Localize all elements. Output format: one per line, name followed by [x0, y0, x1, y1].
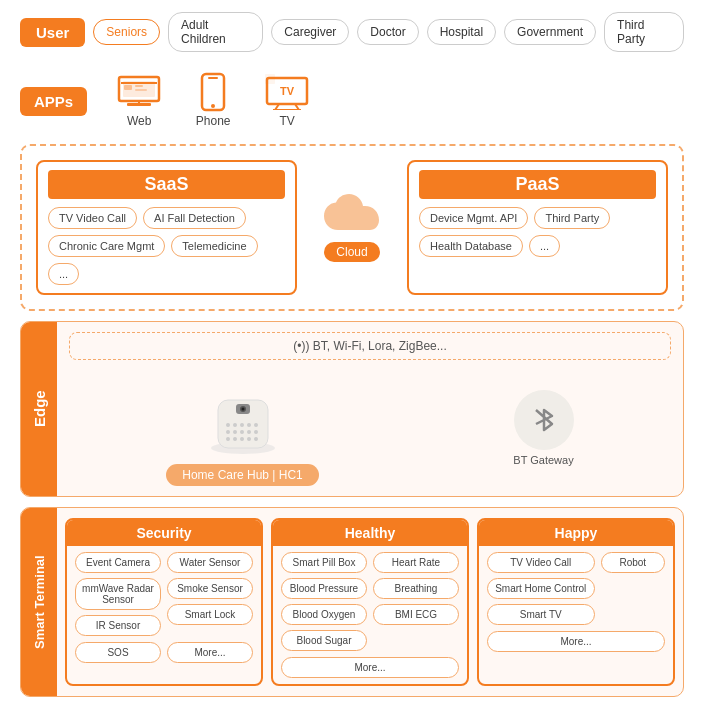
paas-tag-third-party: Third Party [534, 207, 610, 229]
happy-item-tv-call: TV Video Call [487, 552, 595, 573]
user-tag-doctor[interactable]: Doctor [357, 19, 418, 45]
user-tag-seniors[interactable]: Seniors [93, 19, 160, 45]
healthy-item-bp: Blood Pressure [281, 578, 367, 599]
healthy-item-more[interactable]: More... [281, 657, 459, 678]
edge-section: Edge (•)) BT, Wi-Fi, Lora, ZigBee... [20, 321, 684, 497]
svg-point-33 [254, 437, 258, 441]
security-item-event-camera: Event Camera [75, 552, 161, 573]
security-item-sos: SOS [75, 642, 161, 663]
healthy-item-oxygen: Blood Oxygen [281, 604, 367, 625]
user-tag-hospital[interactable]: Hospital [427, 19, 496, 45]
healthy-item-pill: Smart Pill Box [281, 552, 367, 573]
svg-point-28 [254, 430, 258, 434]
happy-item-smart-home: Smart Home Control [487, 578, 595, 599]
apps-row: APPs Web Phone [0, 64, 704, 144]
web-icon [117, 74, 161, 110]
svg-point-19 [226, 423, 230, 427]
svg-point-23 [254, 423, 258, 427]
security-item-more[interactable]: More... [167, 642, 253, 663]
security-body: Event Camera mmWave Radar Sensor IR Sens… [67, 546, 261, 642]
svg-point-25 [233, 430, 237, 434]
paas-tag-more: ... [529, 235, 560, 257]
healthy-item-breathing: Breathing [373, 578, 459, 599]
healthy-item-sugar: Blood Sugar [281, 630, 367, 651]
home-care-hub-wrap: Home Care Hub | HC1 [166, 370, 319, 486]
security-item-smoke: Smoke Sensor [167, 578, 253, 599]
healthy-title: Healthy [273, 520, 467, 546]
svg-point-21 [240, 423, 244, 427]
app-web[interactable]: Web [117, 74, 161, 128]
security-col-2: Water Sensor Smoke Sensor Smart Lock [167, 552, 253, 636]
happy-col-2: Robot [601, 552, 666, 625]
svg-rect-6 [135, 85, 143, 87]
svg-point-27 [247, 430, 251, 434]
paas-tag-health-db: Health Database [419, 235, 523, 257]
svg-point-30 [233, 437, 237, 441]
apps-badge: APPs [20, 87, 87, 116]
happy-item-robot: Robot [601, 552, 666, 573]
tv-icon: TV [265, 74, 309, 110]
security-item-lock: Smart Lock [167, 604, 253, 625]
healthy-body: Smart Pill Box Blood Pressure Blood Oxyg… [273, 546, 467, 657]
security-item-water: Water Sensor [167, 552, 253, 573]
hub-svg [198, 370, 288, 460]
svg-point-36 [241, 408, 244, 411]
healthy-col-1: Smart Pill Box Blood Pressure Blood Oxyg… [281, 552, 367, 651]
svg-rect-3 [127, 103, 151, 106]
app-web-label: Web [127, 114, 151, 128]
security-item-ir: IR Sensor [75, 615, 161, 636]
happy-item-smart-tv: Smart TV [487, 604, 595, 625]
bt-icon [526, 402, 562, 438]
user-tag-third-party[interactable]: Third Party [604, 12, 684, 52]
svg-text:TV: TV [280, 85, 295, 97]
app-tv[interactable]: TV TV [265, 74, 309, 128]
terminal-group-security: Security Event Camera mmWave Radar Senso… [65, 518, 263, 686]
app-phone[interactable]: Phone [191, 74, 235, 128]
saas-tag-tv-video: TV Video Call [48, 207, 137, 229]
edge-content: (•)) BT, Wi-Fi, Lora, ZigBee... [57, 322, 683, 496]
paas-tag-device-api: Device Mgmt. API [419, 207, 528, 229]
cloud-middle: Cloud [307, 160, 397, 295]
svg-point-24 [226, 430, 230, 434]
svg-point-9 [211, 104, 215, 108]
edge-wireless-label: (•)) BT, Wi-Fi, Lora, ZigBee... [69, 332, 671, 360]
hub-label: Home Care Hub | HC1 [166, 464, 319, 486]
app-tv-label: TV [280, 114, 295, 128]
bt-gateway-label: BT Gateway [513, 454, 573, 466]
happy-body: TV Video Call Smart Home Control Smart T… [479, 546, 673, 631]
security-item-mmwave: mmWave Radar Sensor [75, 578, 161, 610]
terminal-group-healthy: Healthy Smart Pill Box Blood Pressure Bl… [271, 518, 469, 686]
saas-title: SaaS [48, 170, 285, 199]
cloud-svg [320, 194, 384, 238]
saas-tag-telemedicine: Telemedicine [171, 235, 257, 257]
happy-col-1: TV Video Call Smart Home Control Smart T… [487, 552, 595, 625]
saas-tags: TV Video Call AI Fall Detection Chronic … [48, 207, 285, 285]
terminal-group-happy: Happy TV Video Call Smart Home Control S… [477, 518, 675, 686]
happy-item-more[interactable]: More... [487, 631, 665, 652]
healthy-col-2: Heart Rate Breathing BMI ECG [373, 552, 459, 651]
user-row: User Seniors Adult Children Caregiver Do… [0, 0, 704, 64]
saas-box: SaaS TV Video Call AI Fall Detection Chr… [36, 160, 297, 295]
smart-terminal-label: Smart Terminal [21, 508, 57, 696]
bt-gateway-wrap: BT Gateway [513, 390, 573, 466]
smart-terminal-content: Security Event Camera mmWave Radar Senso… [57, 508, 683, 696]
cloud-section: SaaS TV Video Call AI Fall Detection Chr… [20, 144, 684, 311]
svg-point-22 [247, 423, 251, 427]
svg-point-31 [240, 437, 244, 441]
svg-rect-16 [265, 74, 275, 84]
smart-terminal-section: Smart Terminal Security Event Camera mmW… [20, 507, 684, 697]
security-col-1: Event Camera mmWave Radar Sensor IR Sens… [75, 552, 161, 636]
paas-tags: Device Mgmt. API Third Party Health Data… [419, 207, 656, 257]
paas-box: PaaS Device Mgmt. API Third Party Health… [407, 160, 668, 295]
user-tag-adult-children[interactable]: Adult Children [168, 12, 263, 52]
saas-tag-chronic: Chronic Care Mgmt [48, 235, 165, 257]
user-tag-government[interactable]: Government [504, 19, 596, 45]
svg-point-32 [247, 437, 251, 441]
happy-title: Happy [479, 520, 673, 546]
bt-circle [514, 390, 574, 450]
paas-title: PaaS [419, 170, 656, 199]
svg-rect-7 [135, 89, 147, 91]
saas-tag-more: ... [48, 263, 79, 285]
svg-point-29 [226, 437, 230, 441]
user-tag-caregiver[interactable]: Caregiver [271, 19, 349, 45]
